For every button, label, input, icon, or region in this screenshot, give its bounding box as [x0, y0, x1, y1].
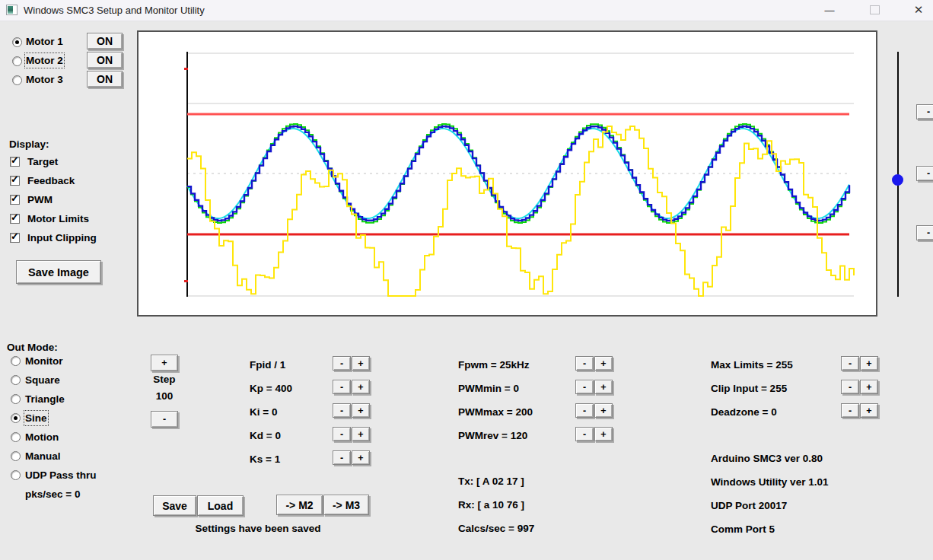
- kp-minus-button[interactable]: -: [333, 380, 351, 394]
- smc3-window: Windows SMC3 Setup and Monitor Utility —…: [0, 0, 933, 560]
- fpid-label: Fpid / 1: [250, 358, 285, 371]
- rx-readout: Rx: [ a 10 76 ]: [458, 498, 524, 511]
- clip-input-label: Clip Input = 255: [711, 382, 787, 395]
- out-mode-manual-label: Manual: [25, 450, 61, 463]
- motor-limits-checkbox-label: Motor Limits: [27, 212, 89, 225]
- step-value: 100: [146, 390, 183, 402]
- pwmrev-minus-button[interactable]: -: [575, 427, 594, 441]
- pwmmin-minus-button[interactable]: -: [575, 380, 594, 394]
- ki-minus-button[interactable]: -: [333, 403, 351, 418]
- pwmmax-minus-button[interactable]: -: [575, 403, 594, 418]
- kd-label: Kd = 0: [250, 429, 281, 442]
- kp-plus-button[interactable]: +: [352, 380, 370, 394]
- load-settings-button[interactable]: Load: [197, 495, 244, 516]
- trim-bottom-minus-button[interactable]: -: [916, 225, 933, 240]
- out-mode-motion-label: Motion: [25, 431, 59, 444]
- motor3-label: Motor 3: [26, 73, 63, 86]
- scope-canvas: [139, 32, 876, 315]
- out-mode-monitor-label: Monitor: [25, 355, 63, 368]
- motor3-on-button[interactable]: ON: [87, 71, 123, 88]
- titlebar: Windows SMC3 Setup and Monitor Utility —…: [0, 0, 933, 21]
- ks-minus-button[interactable]: -: [333, 450, 351, 465]
- scale-slider-handle[interactable]: [892, 174, 903, 186]
- copy-to-m2-button[interactable]: -> M2: [276, 495, 323, 515]
- step-label: Step: [146, 373, 183, 386]
- minimize-button[interactable]: —: [817, 0, 842, 20]
- motor1-on-button[interactable]: ON: [87, 33, 123, 49]
- fpid-minus-button[interactable]: -: [333, 356, 351, 371]
- feedback-checkbox-label: Feedback: [27, 174, 75, 187]
- maximize-button[interactable]: [861, 0, 887, 20]
- copy-to-m3-button[interactable]: -> M3: [323, 495, 369, 515]
- motor2-radio[interactable]: [12, 56, 22, 66]
- arduino-version-text: Arduino SMC3 ver 0.80: [711, 452, 823, 465]
- max-limits-plus-button[interactable]: +: [860, 356, 878, 371]
- check-icon: ✓: [11, 231, 19, 242]
- max-limits-label: Max Limits = 255: [711, 358, 793, 371]
- input-clipping-checkbox[interactable]: ✓: [10, 233, 20, 243]
- fpid-plus-button[interactable]: +: [352, 356, 370, 371]
- clip-input-plus-button[interactable]: +: [860, 380, 878, 394]
- pwm-checkbox-label: PWM: [27, 193, 53, 206]
- udp-port-text: UDP Port 20017: [711, 499, 787, 512]
- save-image-button[interactable]: Save Image: [16, 260, 101, 284]
- ki-plus-button[interactable]: +: [352, 403, 370, 418]
- motor2-label: Motor 2: [26, 54, 63, 67]
- comm-port-text: Comm Port 5: [711, 523, 775, 536]
- settings-status-text: Settings have been saved: [174, 522, 342, 535]
- step-plus-button[interactable]: +: [151, 355, 178, 371]
- clip-input-minus-button[interactable]: -: [841, 380, 859, 394]
- out-mode-manual-radio[interactable]: [11, 451, 21, 461]
- max-limits-minus-button[interactable]: -: [841, 356, 859, 371]
- app-icon: [6, 5, 18, 15]
- fpwm-minus-button[interactable]: -: [575, 356, 594, 371]
- tx-readout: Tx: [ A 02 17 ]: [458, 475, 524, 488]
- pwm-checkbox[interactable]: ✓: [10, 195, 20, 205]
- fpwm-plus-button[interactable]: +: [594, 356, 613, 371]
- out-mode-triangle-radio[interactable]: [11, 394, 21, 404]
- motor-limits-checkbox[interactable]: ✓: [10, 214, 20, 224]
- close-button[interactable]: ✕: [906, 0, 931, 20]
- fpwm-label: Fpwm = 25kHz: [458, 358, 529, 371]
- out-mode-motion-radio[interactable]: [11, 432, 21, 442]
- ki-label: Ki = 0: [250, 406, 277, 418]
- scope-plot: [137, 30, 877, 317]
- target-checkbox-label: Target: [27, 155, 58, 168]
- motor1-label: Motor 1: [26, 35, 63, 48]
- kd-plus-button[interactable]: +: [352, 427, 370, 441]
- motor2-on-button[interactable]: ON: [87, 52, 123, 68]
- display-header: Display:: [9, 138, 49, 151]
- step-minus-button[interactable]: -: [151, 411, 178, 428]
- pwmmax-label: PWMmax = 200: [458, 406, 533, 418]
- feedback-checkbox[interactable]: ✓: [10, 176, 20, 186]
- out-mode-sine-label: Sine: [25, 412, 47, 425]
- utility-version-text: Windows Utility ver 1.01: [711, 476, 828, 488]
- deadzone-label: Deadzone = 0: [711, 406, 777, 418]
- motor1-radio[interactable]: [12, 37, 22, 47]
- pwmmin-plus-button[interactable]: +: [594, 380, 613, 394]
- ks-label: Ks = 1: [250, 453, 280, 466]
- pwmrev-plus-button[interactable]: +: [594, 427, 613, 441]
- pwmmax-plus-button[interactable]: +: [594, 403, 613, 418]
- out-mode-udp-label: UDP Pass thru: [25, 469, 97, 482]
- input-clipping-checkbox-label: Input Clipping: [27, 231, 97, 244]
- kd-minus-button[interactable]: -: [333, 427, 351, 441]
- deadzone-minus-button[interactable]: -: [841, 403, 859, 418]
- out-mode-udp-radio[interactable]: [11, 470, 21, 480]
- target-checkbox[interactable]: ✓: [10, 157, 20, 167]
- kp-label: Kp = 400: [250, 382, 292, 395]
- motor3-radio[interactable]: [12, 75, 22, 85]
- trim-top-minus-button[interactable]: -: [916, 104, 933, 119]
- pks-per-sec-label: pks/sec = 0: [25, 488, 80, 501]
- out-mode-square-radio[interactable]: [11, 375, 21, 385]
- ks-plus-button[interactable]: +: [352, 450, 370, 465]
- out-mode-monitor-radio[interactable]: [11, 356, 21, 366]
- out-mode-sine-radio[interactable]: [11, 413, 21, 423]
- pwmmin-label: PWMmin = 0: [458, 382, 519, 395]
- check-icon: ✓: [11, 212, 19, 223]
- save-settings-button[interactable]: Save: [153, 495, 196, 516]
- trim-middle-minus-button[interactable]: -: [916, 166, 933, 181]
- deadzone-plus-button[interactable]: +: [860, 403, 878, 418]
- check-icon: ✓: [11, 173, 19, 185]
- close-icon: ✕: [914, 3, 924, 17]
